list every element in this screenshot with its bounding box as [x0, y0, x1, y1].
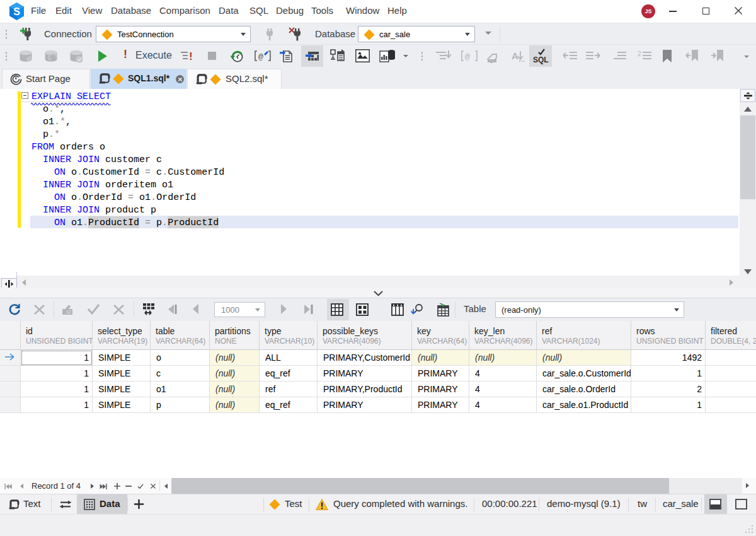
svg-text:S: S: [13, 6, 20, 17]
svg-text:2: 2: [638, 51, 641, 57]
svg-text:@: @: [465, 52, 470, 62]
svg-text:SQL: SQL: [533, 55, 549, 64]
svg-text:@: @: [258, 52, 263, 62]
svg-text:!: !: [189, 51, 193, 61]
svg-text:A: A: [512, 50, 518, 61]
svg-text:12: 12: [66, 310, 71, 314]
